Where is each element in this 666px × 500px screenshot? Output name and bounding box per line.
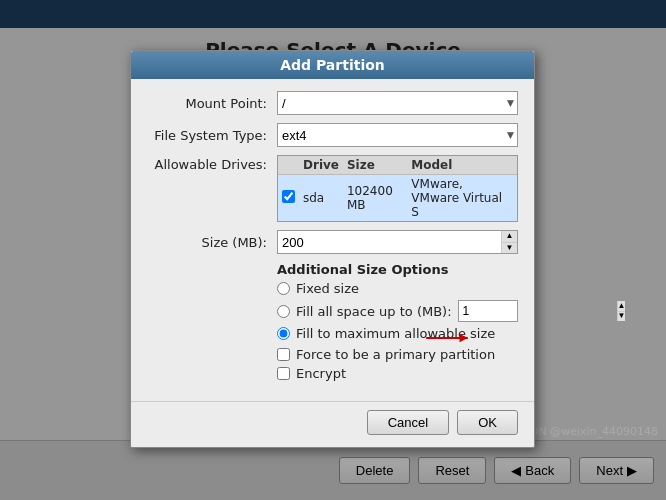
col-size: Size	[343, 156, 407, 175]
size-spinbox-buttons: ▲ ▼	[501, 231, 517, 253]
fill-all-label: Fill all space up to (MB):	[296, 304, 452, 319]
mount-point-select[interactable]: / /boot /home /var swap	[277, 91, 518, 115]
fill-all-increment-button[interactable]: ▲	[618, 301, 626, 312]
encrypt-row: Encrypt	[147, 366, 518, 381]
mount-point-row: Mount Point: / /boot /home /var swap	[147, 91, 518, 115]
encrypt-label: Encrypt	[296, 366, 346, 381]
fill-all-radio[interactable]	[277, 305, 290, 318]
col-drive: Drive	[299, 156, 343, 175]
force-primary-label: Force to be a primary partition	[296, 347, 495, 362]
dialog-buttons: Cancel OK	[131, 401, 534, 447]
ok-button[interactable]: OK	[457, 410, 518, 435]
col-check	[278, 156, 299, 175]
drive-checkbox-cell[interactable]	[278, 175, 299, 222]
fs-type-label: File System Type:	[147, 128, 277, 143]
fixed-size-label: Fixed size	[296, 281, 359, 296]
force-primary-checkbox[interactable]	[277, 348, 290, 361]
drives-table: Drive Size Model sda 102400 MB VMwa	[278, 156, 517, 221]
additional-size-label: Additional Size Options	[277, 262, 518, 277]
size-spinbox[interactable]: ▲ ▼	[277, 230, 518, 254]
fixed-size-row: Fixed size	[147, 281, 518, 296]
table-row[interactable]: sda 102400 MB VMware, VMware Virtual S	[278, 175, 517, 222]
add-partition-dialog: Add Partition Mount Point: / /boot /home…	[130, 50, 535, 448]
col-model: Model	[407, 156, 517, 175]
size-control: ▲ ▼	[277, 230, 518, 254]
allowable-drives-section: Allowable Drives: Drive Size Model	[147, 155, 518, 222]
drive-model: VMware, VMware Virtual S	[407, 175, 517, 222]
encrypt-checkbox[interactable]	[277, 367, 290, 380]
fixed-size-radio[interactable]	[277, 282, 290, 295]
drive-size: 102400 MB	[343, 175, 407, 222]
fs-type-select[interactable]: ext4 ext3 ext2 xfs btrfs swap	[277, 123, 518, 147]
fs-type-control: ext4 ext3 ext2 xfs btrfs swap	[277, 123, 518, 147]
fill-all-decrement-button[interactable]: ▼	[618, 312, 626, 322]
size-decrement-button[interactable]: ▼	[502, 243, 517, 254]
svg-marker-1	[460, 334, 468, 342]
force-primary-row: Force to be a primary partition	[147, 347, 518, 362]
cancel-button[interactable]: Cancel	[367, 410, 449, 435]
fs-type-row: File System Type: ext4 ext3 ext2 xfs btr…	[147, 123, 518, 147]
fill-all-spinbox-buttons: ▲ ▼	[617, 301, 626, 321]
dialog-body: Mount Point: / /boot /home /var swap Fil…	[131, 79, 534, 397]
size-input[interactable]	[278, 231, 501, 253]
fill-all-input[interactable]	[459, 301, 617, 321]
mount-point-control: / /boot /home /var swap	[277, 91, 518, 115]
mount-point-select-wrapper[interactable]: / /boot /home /var swap	[277, 91, 518, 115]
fill-max-radio[interactable]	[277, 327, 290, 340]
size-row: Size (MB): ▲ ▼	[147, 230, 518, 254]
allowable-drives-label: Allowable Drives:	[147, 155, 277, 222]
size-label: Size (MB):	[147, 235, 277, 250]
dialog-titlebar: Add Partition	[131, 51, 534, 79]
mount-point-label: Mount Point:	[147, 96, 277, 111]
drive-name: sda	[299, 175, 343, 222]
size-increment-button[interactable]: ▲	[502, 231, 517, 243]
fill-all-row: Fill all space up to (MB): ▲ ▼	[147, 300, 518, 322]
fs-type-select-wrapper[interactable]: ext4 ext3 ext2 xfs btrfs swap	[277, 123, 518, 147]
drives-table-wrap: Drive Size Model sda 102400 MB VMwa	[277, 155, 518, 222]
fill-all-spinbox[interactable]: ▲ ▼	[458, 300, 518, 322]
fill-max-row: Fill to maximum allowable size	[147, 326, 518, 341]
drive-checkbox[interactable]	[282, 190, 295, 203]
red-arrow-annotation	[417, 328, 477, 348]
